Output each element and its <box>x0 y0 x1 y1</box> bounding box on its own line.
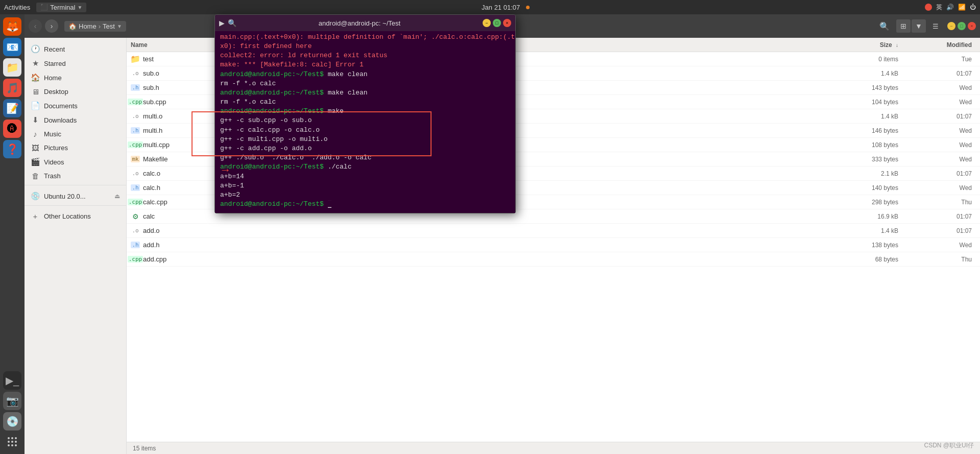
eject-icon[interactable]: ⏏ <box>114 193 120 200</box>
desktop-icon: 🖥 <box>31 87 40 96</box>
breadcrumb-test[interactable]: Test ▼ <box>103 22 122 30</box>
dock-email[interactable]: 📧 <box>3 38 21 56</box>
file-type-icon: .h <box>131 83 140 92</box>
file-size: 0 items <box>853 56 904 63</box>
sidebar-divider <box>25 185 126 189</box>
sidebar-item-downloads[interactable]: ⬇ Downloads <box>25 113 126 127</box>
recent-icon: 🕐 <box>31 44 40 54</box>
network-icon[interactable]: 📶 <box>958 4 966 11</box>
back-button[interactable]: ‹ <box>29 19 42 33</box>
maximize-button[interactable]: □ <box>958 22 966 30</box>
sidebar-item-trash[interactable]: 🗑 Trash <box>25 169 126 183</box>
documents-icon: 📄 <box>31 101 40 110</box>
table-row[interactable]: .o add.o 1.4 kB 01:07 <box>127 224 980 238</box>
terminal-body[interactable]: g++ -c main.cpp -o main.og++ -c add.cpp … <box>215 31 515 213</box>
dock-apps-grid[interactable] <box>3 433 21 451</box>
terminal-close[interactable]: × <box>503 19 511 27</box>
svg-point-8 <box>15 444 17 446</box>
svg-point-6 <box>8 444 10 446</box>
breadcrumb-home[interactable]: 🏠 Home <box>68 22 97 30</box>
breadcrumb: 🏠 Home › Test ▼ <box>64 21 126 32</box>
terminal-minimize[interactable]: − <box>483 19 491 27</box>
sidebar-item-documents[interactable]: 📄 Documents <box>25 99 126 113</box>
col-modified-header: Modified <box>904 41 976 49</box>
terminal-line: main.cpp:(.text+0x0): multiple definitio… <box>220 33 510 42</box>
file-name: add.o <box>143 227 853 234</box>
sidebar-label-ubuntu: Ubuntu 20.0... <box>44 193 86 200</box>
grid-view-button[interactable]: ⊞ <box>896 19 911 33</box>
sidebar-item-videos[interactable]: 🎬 Videos <box>25 155 126 169</box>
terminal-line: android@android-pc:~/Test$ ./calc <box>220 162 510 172</box>
sidebar-item-pictures[interactable]: 🖼 Pictures <box>25 141 126 155</box>
sidebar-label-documents: Documents <box>44 102 78 110</box>
dock-dvd[interactable]: 💿 <box>3 412 21 431</box>
menu-button[interactable]: ☰ <box>929 19 942 33</box>
terminal-line: rm -f *.o calc <box>220 79 510 88</box>
file-size: 1.4 kB <box>853 70 904 77</box>
activities-button[interactable]: Activities <box>4 4 30 11</box>
terminal-line: android@android-pc:~/Test$ make clean <box>220 70 510 79</box>
breadcrumb-dropdown-icon[interactable]: ▼ <box>117 23 122 29</box>
dock-firefox[interactable]: 🦊 <box>3 17 21 36</box>
search-button[interactable]: 🔍 <box>878 19 891 33</box>
dock-appstore[interactable]: 🅐 <box>3 120 21 138</box>
breadcrumb-separator: › <box>99 22 101 30</box>
topbar: Activities ⬛ Terminal ▼ Jan 21 01:07 英 🔊… <box>0 0 980 14</box>
window-buttons: − □ × <box>947 22 976 30</box>
topbar-right: 英 🔊 📶 ⏻ <box>925 3 976 12</box>
lang-indicator[interactable]: 英 <box>936 3 942 12</box>
sidebar-item-other-locations[interactable]: + Other Locations <box>25 209 126 223</box>
terminal-line: android@android-pc:~/Test$ make <box>220 107 510 116</box>
file-modified: Wed <box>904 242 976 249</box>
search-area: 🔍 <box>878 19 891 33</box>
list-view-dropdown[interactable]: ▼ <box>912 19 926 33</box>
audio-icon[interactable]: 🔊 <box>946 4 954 11</box>
dock-writer[interactable]: 📝 <box>3 99 21 117</box>
minimize-button[interactable]: − <box>947 22 955 30</box>
file-type-icon: .h <box>131 126 140 135</box>
file-modified: 01:07 <box>904 170 976 177</box>
file-size: 108 bytes <box>853 141 904 149</box>
table-row[interactable]: .cpp add.cpp 68 bytes Thu <box>127 252 980 267</box>
file-modified: 01:07 <box>904 213 976 220</box>
file-type-icon: ⚙ <box>131 212 140 221</box>
sidebar-item-home[interactable]: 🏠 Home <box>25 70 126 85</box>
file-modified: 01:07 <box>904 227 976 234</box>
file-name: add.h <box>143 241 853 249</box>
sidebar-item-ubuntu[interactable]: 💿 Ubuntu 20.0... ⏏ <box>25 189 126 203</box>
file-modified: 01:07 <box>904 70 976 77</box>
watermark: CSDN @职业UI仔 <box>924 441 974 450</box>
close-button[interactable]: × <box>968 22 976 30</box>
power-icon[interactable]: ⏻ <box>970 4 976 11</box>
terminal-line: make: *** [Makefile:8: calc] Error 1 <box>220 60 510 69</box>
dock-camera[interactable]: 📷 <box>3 392 21 410</box>
file-modified: Wed <box>904 184 976 192</box>
file-size: 16.9 kB <box>853 213 904 220</box>
file-modified: Thu <box>904 256 976 263</box>
terminal-dropdown-icon[interactable]: ▼ <box>77 5 82 10</box>
terminal-window-buttons: − □ × <box>483 19 511 27</box>
downloads-icon: ⬇ <box>31 115 40 125</box>
terminal-maximize[interactable]: □ <box>493 19 501 27</box>
dock-help[interactable]: ❓ <box>3 140 21 158</box>
dock-terminal[interactable]: ▶_ <box>3 371 21 390</box>
sidebar-item-recent[interactable]: 🕐 Recent <box>25 42 126 56</box>
file-size: 1.4 kB <box>853 113 904 120</box>
file-size: 138 bytes <box>853 242 904 249</box>
sidebar-item-music[interactable]: ♪ Music <box>25 127 126 141</box>
dock-files[interactable]: 📁 <box>3 58 21 77</box>
topbar-left: Activities ⬛ Terminal ▼ <box>4 3 86 12</box>
forward-button[interactable]: › <box>45 19 58 33</box>
status-bar: 15 items <box>127 442 980 454</box>
table-row[interactable]: .h add.h 138 bytes Wed <box>127 238 980 252</box>
sidebar-item-desktop[interactable]: 🖥 Desktop <box>25 85 126 99</box>
svg-point-5 <box>15 441 17 443</box>
terminal-line: g++ -c add.cpp -o add.o <box>220 144 510 153</box>
file-type-icon: .o <box>131 69 140 78</box>
dock-music[interactable]: 🎵 <box>3 79 21 97</box>
sidebar-label-other: Other Locations <box>44 212 91 220</box>
terminal-search-button[interactable]: 🔍 <box>228 19 236 27</box>
terminal-button[interactable]: ⬛ Terminal ▼ <box>36 3 86 12</box>
sidebar-item-starred[interactable]: ★ Starred <box>25 56 126 70</box>
file-type-icon: .h <box>131 241 140 250</box>
